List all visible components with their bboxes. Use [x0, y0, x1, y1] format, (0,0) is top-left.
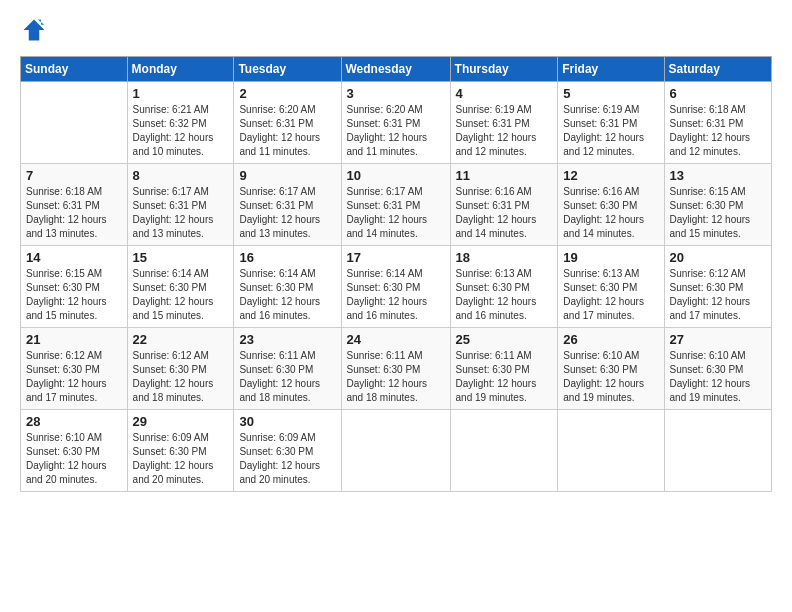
- cell-day-number: 2: [239, 86, 336, 101]
- calendar-cell: 27Sunrise: 6:10 AMSunset: 6:30 PMDayligh…: [664, 328, 771, 410]
- cell-info-text: Sunrise: 6:11 AMSunset: 6:30 PMDaylight:…: [347, 349, 446, 405]
- calendar-cell: 30Sunrise: 6:09 AMSunset: 6:30 PMDayligh…: [234, 410, 341, 492]
- cell-info-text: Sunrise: 6:16 AMSunset: 6:31 PMDaylight:…: [456, 185, 554, 241]
- calendar-cell: 12Sunrise: 6:16 AMSunset: 6:30 PMDayligh…: [558, 164, 664, 246]
- calendar-cell: 9Sunrise: 6:17 AMSunset: 6:31 PMDaylight…: [234, 164, 341, 246]
- calendar-cell: 18Sunrise: 6:13 AMSunset: 6:30 PMDayligh…: [450, 246, 558, 328]
- cell-info-text: Sunrise: 6:12 AMSunset: 6:30 PMDaylight:…: [26, 349, 123, 405]
- calendar-cell: 28Sunrise: 6:10 AMSunset: 6:30 PMDayligh…: [21, 410, 128, 492]
- cell-day-number: 16: [239, 250, 336, 265]
- cell-info-text: Sunrise: 6:18 AMSunset: 6:31 PMDaylight:…: [26, 185, 123, 241]
- calendar-table: SundayMondayTuesdayWednesdayThursdayFrid…: [20, 56, 772, 492]
- cell-day-number: 23: [239, 332, 336, 347]
- logo-icon: [20, 16, 48, 44]
- calendar-cell: 4Sunrise: 6:19 AMSunset: 6:31 PMDaylight…: [450, 82, 558, 164]
- cell-day-number: 18: [456, 250, 554, 265]
- cell-info-text: Sunrise: 6:14 AMSunset: 6:30 PMDaylight:…: [239, 267, 336, 323]
- calendar-cell: 29Sunrise: 6:09 AMSunset: 6:30 PMDayligh…: [127, 410, 234, 492]
- calendar-cell: 6Sunrise: 6:18 AMSunset: 6:31 PMDaylight…: [664, 82, 771, 164]
- cell-info-text: Sunrise: 6:17 AMSunset: 6:31 PMDaylight:…: [239, 185, 336, 241]
- calendar-body: 1Sunrise: 6:21 AMSunset: 6:32 PMDaylight…: [21, 82, 772, 492]
- cell-info-text: Sunrise: 6:15 AMSunset: 6:30 PMDaylight:…: [670, 185, 767, 241]
- calendar-cell: 20Sunrise: 6:12 AMSunset: 6:30 PMDayligh…: [664, 246, 771, 328]
- calendar-cell: 7Sunrise: 6:18 AMSunset: 6:31 PMDaylight…: [21, 164, 128, 246]
- cell-info-text: Sunrise: 6:09 AMSunset: 6:30 PMDaylight:…: [133, 431, 230, 487]
- cell-day-number: 24: [347, 332, 446, 347]
- cell-day-number: 12: [563, 168, 659, 183]
- cell-day-number: 17: [347, 250, 446, 265]
- calendar-cell: [341, 410, 450, 492]
- week-row-0: 1Sunrise: 6:21 AMSunset: 6:32 PMDaylight…: [21, 82, 772, 164]
- cell-day-number: 30: [239, 414, 336, 429]
- cell-info-text: Sunrise: 6:13 AMSunset: 6:30 PMDaylight:…: [456, 267, 554, 323]
- cell-day-number: 22: [133, 332, 230, 347]
- cell-day-number: 25: [456, 332, 554, 347]
- cell-day-number: 21: [26, 332, 123, 347]
- cell-day-number: 8: [133, 168, 230, 183]
- cell-day-number: 19: [563, 250, 659, 265]
- logo: [20, 16, 52, 44]
- cell-day-number: 29: [133, 414, 230, 429]
- cell-info-text: Sunrise: 6:11 AMSunset: 6:30 PMDaylight:…: [456, 349, 554, 405]
- cell-info-text: Sunrise: 6:20 AMSunset: 6:31 PMDaylight:…: [347, 103, 446, 159]
- cell-info-text: Sunrise: 6:18 AMSunset: 6:31 PMDaylight:…: [670, 103, 767, 159]
- cell-info-text: Sunrise: 6:11 AMSunset: 6:30 PMDaylight:…: [239, 349, 336, 405]
- weekday-header-sunday: Sunday: [21, 57, 128, 82]
- cell-day-number: 6: [670, 86, 767, 101]
- week-row-2: 14Sunrise: 6:15 AMSunset: 6:30 PMDayligh…: [21, 246, 772, 328]
- calendar-cell: 15Sunrise: 6:14 AMSunset: 6:30 PMDayligh…: [127, 246, 234, 328]
- calendar-cell: [558, 410, 664, 492]
- calendar-cell: 13Sunrise: 6:15 AMSunset: 6:30 PMDayligh…: [664, 164, 771, 246]
- week-row-3: 21Sunrise: 6:12 AMSunset: 6:30 PMDayligh…: [21, 328, 772, 410]
- calendar-cell: [664, 410, 771, 492]
- header: [20, 16, 772, 44]
- cell-info-text: Sunrise: 6:10 AMSunset: 6:30 PMDaylight:…: [563, 349, 659, 405]
- cell-info-text: Sunrise: 6:09 AMSunset: 6:30 PMDaylight:…: [239, 431, 336, 487]
- cell-info-text: Sunrise: 6:16 AMSunset: 6:30 PMDaylight:…: [563, 185, 659, 241]
- weekday-header-monday: Monday: [127, 57, 234, 82]
- svg-marker-1: [38, 20, 45, 25]
- cell-day-number: 3: [347, 86, 446, 101]
- calendar-cell: 3Sunrise: 6:20 AMSunset: 6:31 PMDaylight…: [341, 82, 450, 164]
- cell-info-text: Sunrise: 6:21 AMSunset: 6:32 PMDaylight:…: [133, 103, 230, 159]
- calendar-cell: 26Sunrise: 6:10 AMSunset: 6:30 PMDayligh…: [558, 328, 664, 410]
- cell-day-number: 28: [26, 414, 123, 429]
- calendar-cell: 2Sunrise: 6:20 AMSunset: 6:31 PMDaylight…: [234, 82, 341, 164]
- cell-day-number: 26: [563, 332, 659, 347]
- cell-info-text: Sunrise: 6:12 AMSunset: 6:30 PMDaylight:…: [133, 349, 230, 405]
- calendar-cell: 16Sunrise: 6:14 AMSunset: 6:30 PMDayligh…: [234, 246, 341, 328]
- cell-day-number: 9: [239, 168, 336, 183]
- weekday-header-tuesday: Tuesday: [234, 57, 341, 82]
- cell-info-text: Sunrise: 6:13 AMSunset: 6:30 PMDaylight:…: [563, 267, 659, 323]
- calendar-cell: 24Sunrise: 6:11 AMSunset: 6:30 PMDayligh…: [341, 328, 450, 410]
- calendar-cell: 22Sunrise: 6:12 AMSunset: 6:30 PMDayligh…: [127, 328, 234, 410]
- calendar-cell: 23Sunrise: 6:11 AMSunset: 6:30 PMDayligh…: [234, 328, 341, 410]
- calendar-cell: 1Sunrise: 6:21 AMSunset: 6:32 PMDaylight…: [127, 82, 234, 164]
- cell-day-number: 1: [133, 86, 230, 101]
- cell-day-number: 27: [670, 332, 767, 347]
- cell-info-text: Sunrise: 6:17 AMSunset: 6:31 PMDaylight:…: [347, 185, 446, 241]
- calendar-cell: 14Sunrise: 6:15 AMSunset: 6:30 PMDayligh…: [21, 246, 128, 328]
- cell-day-number: 5: [563, 86, 659, 101]
- calendar-cell: 5Sunrise: 6:19 AMSunset: 6:31 PMDaylight…: [558, 82, 664, 164]
- cell-info-text: Sunrise: 6:19 AMSunset: 6:31 PMDaylight:…: [456, 103, 554, 159]
- cell-info-text: Sunrise: 6:17 AMSunset: 6:31 PMDaylight:…: [133, 185, 230, 241]
- calendar-cell: 10Sunrise: 6:17 AMSunset: 6:31 PMDayligh…: [341, 164, 450, 246]
- calendar-cell: 25Sunrise: 6:11 AMSunset: 6:30 PMDayligh…: [450, 328, 558, 410]
- cell-day-number: 4: [456, 86, 554, 101]
- cell-day-number: 7: [26, 168, 123, 183]
- cell-day-number: 11: [456, 168, 554, 183]
- cell-day-number: 20: [670, 250, 767, 265]
- calendar-cell: [21, 82, 128, 164]
- cell-info-text: Sunrise: 6:10 AMSunset: 6:30 PMDaylight:…: [670, 349, 767, 405]
- cell-info-text: Sunrise: 6:20 AMSunset: 6:31 PMDaylight:…: [239, 103, 336, 159]
- cell-day-number: 15: [133, 250, 230, 265]
- weekday-header-wednesday: Wednesday: [341, 57, 450, 82]
- calendar-cell: 21Sunrise: 6:12 AMSunset: 6:30 PMDayligh…: [21, 328, 128, 410]
- week-row-1: 7Sunrise: 6:18 AMSunset: 6:31 PMDaylight…: [21, 164, 772, 246]
- cell-day-number: 14: [26, 250, 123, 265]
- calendar-cell: 8Sunrise: 6:17 AMSunset: 6:31 PMDaylight…: [127, 164, 234, 246]
- cell-day-number: 10: [347, 168, 446, 183]
- page: SundayMondayTuesdayWednesdayThursdayFrid…: [0, 0, 792, 612]
- weekday-row: SundayMondayTuesdayWednesdayThursdayFrid…: [21, 57, 772, 82]
